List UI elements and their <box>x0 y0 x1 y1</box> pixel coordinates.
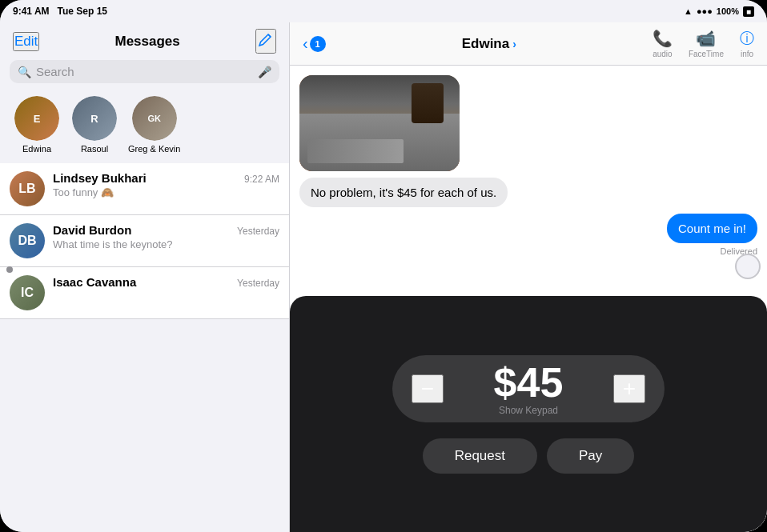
pay-actions: Request Pay <box>423 438 635 474</box>
info-icon: ⓘ <box>740 29 754 48</box>
compose-button[interactable] <box>255 29 276 54</box>
msg-name-isaac: Isaac Cavanna <box>53 275 136 289</box>
msg-preview-lindsey: Too funny 🙈 <box>53 186 279 198</box>
chevron-right-icon: › <box>512 38 516 50</box>
search-input[interactable]: Search <box>36 65 253 78</box>
audio-action[interactable]: 📞 audio <box>653 29 673 58</box>
contact-name-greg-kevin: Greg & Kevin <box>128 144 180 154</box>
contact-name-edwina: Edwina <box>22 144 51 154</box>
signal-icon: ●●● <box>697 6 713 16</box>
incoming-bubble: No problem, it's $45 for each of us. <box>299 178 508 207</box>
apple-pay-overlay: − $45 Show Keypad + Request Pay <box>290 296 767 532</box>
wifi-icon: ▲ <box>684 6 693 16</box>
message-item-david[interactable]: DB David Burdon Yesterday What time is t… <box>0 215 289 267</box>
msg-name-david: David Burdon <box>53 223 131 237</box>
status-icons: ▲ ●●● 100% ■ <box>684 6 754 17</box>
ipad-frame: 9:41 AM Tue Sep 15 ▲ ●●● 100% ■ Edit Mes… <box>0 0 767 532</box>
battery-label: 100% <box>717 6 739 16</box>
chat-actions: 📞 audio 📹 FaceTime ⓘ info <box>653 29 754 58</box>
status-date: Tue Sep 15 <box>58 6 107 17</box>
chat-title: Edwina › <box>462 36 516 52</box>
plus-button[interactable]: + <box>613 374 645 403</box>
edit-button[interactable]: Edit <box>13 32 39 51</box>
recent-contact-rasoul[interactable]: R Rasoul <box>70 96 118 154</box>
chat-panel: ‹ 1 Edwina › 📞 audio 📹 Face <box>290 22 767 532</box>
outgoing-bubble: Count me in! <box>667 214 757 243</box>
message-list: LB Lindsey Bukhari 9:22 AM Too funny 🙈 D… <box>0 163 289 532</box>
msg-time-david: Yesterday <box>237 226 279 237</box>
home-button[interactable] <box>735 254 761 279</box>
back-badge: 1 <box>310 36 326 52</box>
status-time: 9:41 AM <box>13 6 50 17</box>
phone-icon: 📞 <box>653 29 673 48</box>
sidebar: Edit Messages 🔍 Search 🎤 <box>0 22 290 532</box>
chat-header: ‹ 1 Edwina › 📞 audio 📹 Face <box>290 22 767 66</box>
search-bar[interactable]: 🔍 Search 🎤 <box>10 60 279 83</box>
chevron-left-icon: ‹ <box>303 34 308 53</box>
avatar-isaac: IC <box>10 275 45 310</box>
msg-time-isaac: Yesterday <box>237 278 279 289</box>
photo-content <box>299 75 460 171</box>
pay-button[interactable]: Pay <box>547 438 634 474</box>
contact-avatar-greg-kevin: GK <box>132 96 177 141</box>
main-content: Edit Messages 🔍 Search 🎤 <box>0 22 767 532</box>
request-button[interactable]: Request <box>423 438 537 474</box>
msg-content-isaac: Isaac Cavanna Yesterday <box>53 275 279 290</box>
microphone-icon[interactable]: 🎤 <box>258 66 271 78</box>
back-button[interactable]: ‹ 1 <box>303 34 326 53</box>
side-dot <box>6 266 13 273</box>
photo-message <box>299 75 460 171</box>
contact-avatar-edwina: E <box>14 96 59 141</box>
recent-contact-edwina[interactable]: E Edwina <box>13 96 61 154</box>
show-keypad-label[interactable]: Show Keypad <box>499 405 558 416</box>
avatar-lindsey: LB <box>10 171 45 206</box>
search-icon: 🔍 <box>18 66 31 78</box>
incoming-text: No problem, it's $45 for each of us. <box>311 186 496 199</box>
sidebar-title: Messages <box>115 34 180 50</box>
chat-contact-name: Edwina <box>462 36 510 52</box>
facetime-action[interactable]: 📹 FaceTime <box>689 29 724 58</box>
msg-content-lindsey: Lindsey Bukhari 9:22 AM Too funny 🙈 <box>53 171 279 198</box>
pay-amount-row: − $45 Show Keypad + <box>392 355 665 422</box>
message-item-isaac[interactable]: IC Isaac Cavanna Yesterday <box>0 267 289 319</box>
pay-amount-center: $45 Show Keypad <box>444 362 613 416</box>
recent-contacts: E Edwina R Rasoul GK <box>0 90 289 163</box>
contact-avatar-rasoul: R <box>72 96 117 141</box>
avatar-david: DB <box>10 223 45 258</box>
msg-name-lindsey: Lindsey Bukhari <box>53 171 147 185</box>
outgoing-text: Count me in! <box>678 222 746 235</box>
status-bar: 9:41 AM Tue Sep 15 ▲ ●●● 100% ■ <box>0 0 767 22</box>
facetime-icon: 📹 <box>696 29 716 48</box>
pay-amount-value: $45 <box>494 362 564 403</box>
info-action[interactable]: ⓘ info <box>740 29 754 58</box>
msg-time-lindsey: 9:22 AM <box>244 174 279 185</box>
msg-content-david: David Burdon Yesterday What time is the … <box>53 223 279 250</box>
recent-contact-greg-kevin[interactable]: GK Greg & Kevin <box>128 96 180 154</box>
battery-icon: ■ <box>743 6 754 17</box>
contact-name-rasoul: Rasoul <box>81 144 108 154</box>
sidebar-header: Edit Messages <box>0 22 289 57</box>
msg-preview-david: What time is the keynote? <box>53 238 279 250</box>
minus-button[interactable]: − <box>412 374 444 403</box>
message-item-lindsey[interactable]: LB Lindsey Bukhari 9:22 AM Too funny 🙈 <box>0 163 289 215</box>
